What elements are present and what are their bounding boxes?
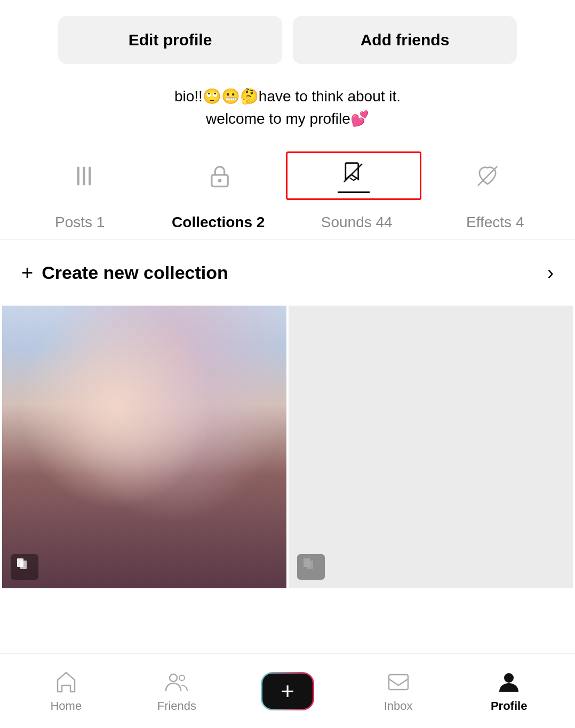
- bottom-nav: Home Friends + Inbox Profile: [0, 653, 575, 728]
- collection-item-1[interactable]: [2, 306, 286, 588]
- nav-profile-label: Profile: [491, 699, 527, 713]
- tab-icons-row: [0, 146, 575, 205]
- bio-section: bio!!🙄😬🤔have to think about it.welcome t…: [0, 75, 575, 146]
- home-icon: [53, 669, 79, 695]
- collection-bookmark-icon-2: [297, 554, 325, 580]
- nav-create[interactable]: +: [232, 672, 343, 710]
- create-plus-icon: +: [281, 679, 294, 703]
- lock-icon: [206, 162, 234, 190]
- tab-effects[interactable]: Effects 4: [426, 214, 565, 239]
- tab-collections[interactable]: Collections 2: [149, 214, 288, 239]
- active-tab-underline: [338, 191, 370, 193]
- svg-rect-8: [20, 561, 27, 569]
- svg-point-12: [179, 675, 185, 681]
- create-collection-text: Create new collection: [42, 262, 228, 283]
- profile-icon: [496, 669, 522, 695]
- nav-friends[interactable]: Friends: [122, 669, 233, 713]
- svg-point-14: [504, 673, 514, 683]
- posts-icon: [74, 162, 101, 190]
- svg-rect-1: [83, 166, 85, 185]
- collections-grid: [0, 306, 575, 588]
- collection-bookmark-icon: [11, 554, 38, 580]
- edit-profile-button[interactable]: Edit profile: [58, 16, 282, 64]
- svg-point-11: [170, 674, 177, 682]
- create-collection-label: + Create new collection: [21, 261, 228, 284]
- svg-line-5: [345, 164, 362, 182]
- tab-labels-row: Posts 1 Collections 2 Sounds 44 Effects …: [0, 205, 575, 240]
- nav-home-label: Home: [50, 699, 82, 713]
- chevron-right-icon: ›: [547, 262, 554, 284]
- nav-home[interactable]: Home: [11, 669, 122, 713]
- tab-icon-private[interactable]: [154, 157, 286, 195]
- tab-icon-liked[interactable]: [421, 157, 554, 195]
- tab-posts[interactable]: Posts 1: [11, 214, 149, 239]
- plus-icon: +: [21, 261, 33, 284]
- photo-thumbnail: [2, 306, 286, 588]
- collection-item-2[interactable]: [289, 306, 573, 588]
- svg-point-4: [218, 179, 222, 182]
- svg-rect-10: [307, 561, 313, 569]
- friends-icon: [164, 669, 189, 695]
- add-friends-button[interactable]: Add friends: [293, 16, 517, 64]
- tab-icon-collections[interactable]: [286, 151, 421, 200]
- heart-icon: [474, 162, 501, 190]
- inbox-icon: [386, 669, 411, 695]
- tab-sounds[interactable]: Sounds 44: [288, 214, 426, 239]
- nav-inbox[interactable]: Inbox: [343, 669, 454, 713]
- bio-text: bio!!🙄😬🤔have to think about it.welcome t…: [174, 88, 401, 127]
- create-collection-row[interactable]: + Create new collection ›: [0, 240, 575, 306]
- nav-inbox-label: Inbox: [384, 699, 413, 713]
- collections-icon: [340, 158, 368, 186]
- svg-rect-0: [77, 166, 79, 185]
- nav-profile[interactable]: Profile: [453, 669, 564, 713]
- action-buttons-row: Edit profile Add friends: [0, 0, 575, 75]
- create-button[interactable]: +: [261, 672, 314, 710]
- tab-icon-posts[interactable]: [21, 157, 154, 195]
- svg-rect-2: [89, 166, 91, 185]
- nav-friends-label: Friends: [157, 699, 196, 713]
- svg-rect-13: [389, 675, 408, 690]
